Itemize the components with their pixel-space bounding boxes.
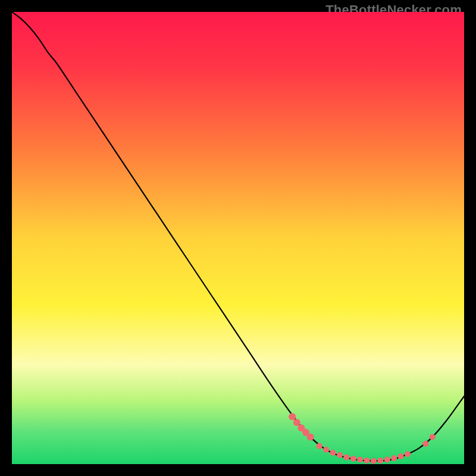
data-marker — [405, 451, 411, 457]
plot-background — [12, 12, 464, 464]
data-marker — [391, 455, 397, 461]
data-marker — [350, 456, 356, 462]
data-marker — [317, 443, 322, 449]
bottleneck-chart — [12, 12, 464, 464]
data-marker — [430, 434, 436, 440]
data-marker — [422, 441, 428, 447]
data-marker — [307, 433, 314, 440]
data-marker — [323, 447, 329, 453]
data-marker — [371, 458, 377, 464]
data-marker — [337, 452, 343, 458]
data-marker — [364, 458, 370, 464]
chart-stage: TheBottleNecker.com — [0, 0, 476, 476]
data-marker — [384, 456, 390, 462]
data-marker — [289, 413, 296, 420]
data-marker — [357, 456, 363, 462]
data-marker — [343, 455, 349, 461]
data-marker — [377, 458, 383, 464]
data-marker — [330, 450, 336, 456]
data-marker — [398, 453, 404, 459]
